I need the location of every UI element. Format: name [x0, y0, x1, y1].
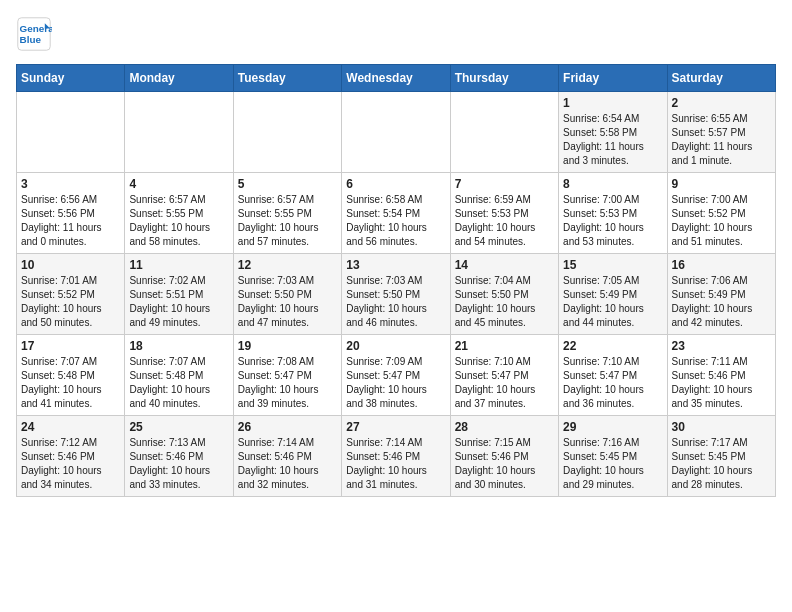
calendar-day-28: 28Sunrise: 7:15 AM Sunset: 5:46 PM Dayli… — [450, 416, 558, 497]
calendar-day-19: 19Sunrise: 7:08 AM Sunset: 5:47 PM Dayli… — [233, 335, 341, 416]
day-info: Sunrise: 7:09 AM Sunset: 5:47 PM Dayligh… — [346, 355, 445, 411]
calendar-day-25: 25Sunrise: 7:13 AM Sunset: 5:46 PM Dayli… — [125, 416, 233, 497]
calendar-day-24: 24Sunrise: 7:12 AM Sunset: 5:46 PM Dayli… — [17, 416, 125, 497]
calendar-day-26: 26Sunrise: 7:14 AM Sunset: 5:46 PM Dayli… — [233, 416, 341, 497]
day-number: 22 — [563, 339, 662, 353]
calendar-day-20: 20Sunrise: 7:09 AM Sunset: 5:47 PM Dayli… — [342, 335, 450, 416]
day-info: Sunrise: 7:07 AM Sunset: 5:48 PM Dayligh… — [21, 355, 120, 411]
day-info: Sunrise: 7:11 AM Sunset: 5:46 PM Dayligh… — [672, 355, 771, 411]
calendar-week-row: 24Sunrise: 7:12 AM Sunset: 5:46 PM Dayli… — [17, 416, 776, 497]
day-info: Sunrise: 6:57 AM Sunset: 5:55 PM Dayligh… — [238, 193, 337, 249]
day-info: Sunrise: 7:03 AM Sunset: 5:50 PM Dayligh… — [238, 274, 337, 330]
calendar-day-8: 8Sunrise: 7:00 AM Sunset: 5:53 PM Daylig… — [559, 173, 667, 254]
empty-day — [125, 92, 233, 173]
day-info: Sunrise: 7:00 AM Sunset: 5:53 PM Dayligh… — [563, 193, 662, 249]
calendar-day-2: 2Sunrise: 6:55 AM Sunset: 5:57 PM Daylig… — [667, 92, 775, 173]
weekday-header-wednesday: Wednesday — [342, 65, 450, 92]
day-number: 21 — [455, 339, 554, 353]
day-number: 10 — [21, 258, 120, 272]
calendar-day-3: 3Sunrise: 6:56 AM Sunset: 5:56 PM Daylig… — [17, 173, 125, 254]
calendar-day-12: 12Sunrise: 7:03 AM Sunset: 5:50 PM Dayli… — [233, 254, 341, 335]
weekday-header-friday: Friday — [559, 65, 667, 92]
calendar-week-row: 1Sunrise: 6:54 AM Sunset: 5:58 PM Daylig… — [17, 92, 776, 173]
calendar-day-16: 16Sunrise: 7:06 AM Sunset: 5:49 PM Dayli… — [667, 254, 775, 335]
page-header: General Blue — [16, 16, 776, 52]
day-number: 11 — [129, 258, 228, 272]
calendar-day-11: 11Sunrise: 7:02 AM Sunset: 5:51 PM Dayli… — [125, 254, 233, 335]
calendar-day-14: 14Sunrise: 7:04 AM Sunset: 5:50 PM Dayli… — [450, 254, 558, 335]
day-number: 30 — [672, 420, 771, 434]
weekday-header-monday: Monday — [125, 65, 233, 92]
day-number: 25 — [129, 420, 228, 434]
day-info: Sunrise: 7:16 AM Sunset: 5:45 PM Dayligh… — [563, 436, 662, 492]
calendar-day-13: 13Sunrise: 7:03 AM Sunset: 5:50 PM Dayli… — [342, 254, 450, 335]
calendar-day-27: 27Sunrise: 7:14 AM Sunset: 5:46 PM Dayli… — [342, 416, 450, 497]
day-number: 18 — [129, 339, 228, 353]
calendar-day-7: 7Sunrise: 6:59 AM Sunset: 5:53 PM Daylig… — [450, 173, 558, 254]
calendar-day-10: 10Sunrise: 7:01 AM Sunset: 5:52 PM Dayli… — [17, 254, 125, 335]
calendar-day-17: 17Sunrise: 7:07 AM Sunset: 5:48 PM Dayli… — [17, 335, 125, 416]
day-info: Sunrise: 7:06 AM Sunset: 5:49 PM Dayligh… — [672, 274, 771, 330]
day-number: 23 — [672, 339, 771, 353]
day-number: 20 — [346, 339, 445, 353]
day-info: Sunrise: 7:01 AM Sunset: 5:52 PM Dayligh… — [21, 274, 120, 330]
day-info: Sunrise: 7:03 AM Sunset: 5:50 PM Dayligh… — [346, 274, 445, 330]
day-number: 13 — [346, 258, 445, 272]
day-info: Sunrise: 7:05 AM Sunset: 5:49 PM Dayligh… — [563, 274, 662, 330]
calendar-day-15: 15Sunrise: 7:05 AM Sunset: 5:49 PM Dayli… — [559, 254, 667, 335]
day-number: 5 — [238, 177, 337, 191]
calendar-day-4: 4Sunrise: 6:57 AM Sunset: 5:55 PM Daylig… — [125, 173, 233, 254]
day-number: 27 — [346, 420, 445, 434]
calendar-day-18: 18Sunrise: 7:07 AM Sunset: 5:48 PM Dayli… — [125, 335, 233, 416]
day-number: 3 — [21, 177, 120, 191]
day-number: 2 — [672, 96, 771, 110]
empty-day — [233, 92, 341, 173]
calendar-week-row: 17Sunrise: 7:07 AM Sunset: 5:48 PM Dayli… — [17, 335, 776, 416]
day-number: 1 — [563, 96, 662, 110]
day-info: Sunrise: 6:55 AM Sunset: 5:57 PM Dayligh… — [672, 112, 771, 168]
day-info: Sunrise: 7:13 AM Sunset: 5:46 PM Dayligh… — [129, 436, 228, 492]
calendar-table: SundayMondayTuesdayWednesdayThursdayFrid… — [16, 64, 776, 497]
day-info: Sunrise: 7:07 AM Sunset: 5:48 PM Dayligh… — [129, 355, 228, 411]
day-number: 12 — [238, 258, 337, 272]
day-number: 17 — [21, 339, 120, 353]
day-info: Sunrise: 7:14 AM Sunset: 5:46 PM Dayligh… — [238, 436, 337, 492]
day-number: 6 — [346, 177, 445, 191]
day-info: Sunrise: 7:14 AM Sunset: 5:46 PM Dayligh… — [346, 436, 445, 492]
empty-day — [17, 92, 125, 173]
day-number: 14 — [455, 258, 554, 272]
calendar-day-9: 9Sunrise: 7:00 AM Sunset: 5:52 PM Daylig… — [667, 173, 775, 254]
day-number: 16 — [672, 258, 771, 272]
svg-text:Blue: Blue — [20, 34, 42, 45]
day-number: 8 — [563, 177, 662, 191]
calendar-day-23: 23Sunrise: 7:11 AM Sunset: 5:46 PM Dayli… — [667, 335, 775, 416]
calendar-week-row: 10Sunrise: 7:01 AM Sunset: 5:52 PM Dayli… — [17, 254, 776, 335]
day-info: Sunrise: 7:04 AM Sunset: 5:50 PM Dayligh… — [455, 274, 554, 330]
day-number: 4 — [129, 177, 228, 191]
day-info: Sunrise: 7:00 AM Sunset: 5:52 PM Dayligh… — [672, 193, 771, 249]
weekday-header-saturday: Saturday — [667, 65, 775, 92]
day-number: 26 — [238, 420, 337, 434]
calendar-day-5: 5Sunrise: 6:57 AM Sunset: 5:55 PM Daylig… — [233, 173, 341, 254]
calendar-day-21: 21Sunrise: 7:10 AM Sunset: 5:47 PM Dayli… — [450, 335, 558, 416]
weekday-header-thursday: Thursday — [450, 65, 558, 92]
calendar-day-29: 29Sunrise: 7:16 AM Sunset: 5:45 PM Dayli… — [559, 416, 667, 497]
empty-day — [450, 92, 558, 173]
calendar-day-1: 1Sunrise: 6:54 AM Sunset: 5:58 PM Daylig… — [559, 92, 667, 173]
day-number: 7 — [455, 177, 554, 191]
day-info: Sunrise: 7:10 AM Sunset: 5:47 PM Dayligh… — [563, 355, 662, 411]
calendar-week-row: 3Sunrise: 6:56 AM Sunset: 5:56 PM Daylig… — [17, 173, 776, 254]
day-number: 24 — [21, 420, 120, 434]
day-info: Sunrise: 6:58 AM Sunset: 5:54 PM Dayligh… — [346, 193, 445, 249]
day-info: Sunrise: 6:59 AM Sunset: 5:53 PM Dayligh… — [455, 193, 554, 249]
day-number: 19 — [238, 339, 337, 353]
svg-text:General: General — [20, 23, 52, 34]
day-info: Sunrise: 7:17 AM Sunset: 5:45 PM Dayligh… — [672, 436, 771, 492]
calendar-day-22: 22Sunrise: 7:10 AM Sunset: 5:47 PM Dayli… — [559, 335, 667, 416]
day-info: Sunrise: 6:56 AM Sunset: 5:56 PM Dayligh… — [21, 193, 120, 249]
day-number: 9 — [672, 177, 771, 191]
empty-day — [342, 92, 450, 173]
day-info: Sunrise: 7:08 AM Sunset: 5:47 PM Dayligh… — [238, 355, 337, 411]
calendar-day-30: 30Sunrise: 7:17 AM Sunset: 5:45 PM Dayli… — [667, 416, 775, 497]
day-number: 29 — [563, 420, 662, 434]
